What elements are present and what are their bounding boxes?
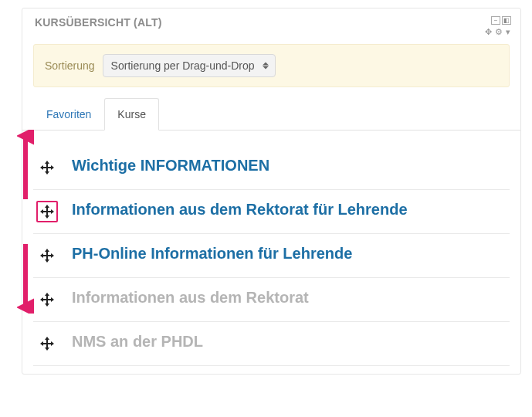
dropdown-caret-icon[interactable]: ▾	[505, 28, 511, 36]
course-row: Informationen aus dem Rektorat für Lehre…	[33, 190, 510, 234]
dock-icon[interactable]: ◧	[502, 16, 511, 25]
drag-handle-icon[interactable]	[36, 289, 58, 310]
tab-favoriten[interactable]: Favoriten	[33, 98, 104, 131]
course-title-link[interactable]: Informationen aus dem Rektorat für Lehre…	[72, 199, 408, 220]
sort-bar: Sortierung Sortierung per Drag-und-Drop	[33, 44, 510, 87]
sort-label: Sortierung	[45, 59, 95, 72]
course-title-link[interactable]: Wichtige INFORMATIONEN	[72, 155, 269, 176]
move-panel-icon[interactable]: ✥	[484, 28, 493, 36]
tab-label: Favoriten	[46, 108, 91, 120]
drag-handle-icon[interactable]	[36, 157, 58, 178]
course-list: Wichtige INFORMATIONENInformationen aus …	[22, 131, 520, 374]
course-title-link[interactable]: PH-Online Informationen für Lehrende	[72, 243, 352, 264]
course-title-link[interactable]: NMS an der PHDL	[72, 331, 203, 352]
course-title-link[interactable]: Informationen aus dem Rektorat	[72, 287, 309, 308]
panel-header: KURSÜBERSICHT (ALT) − ◧ ✥ ⚙ ▾	[22, 8, 520, 41]
course-row: NMS an der PHDL	[33, 322, 510, 366]
sort-select-value: Sortierung per Drag-und-Drop	[111, 59, 255, 72]
panel-title: KURSÜBERSICHT (ALT)	[35, 16, 162, 29]
gear-icon[interactable]: ⚙	[494, 28, 503, 36]
tab-label: Kurse	[117, 108, 146, 120]
tab-kurse[interactable]: Kurse	[104, 98, 159, 131]
drag-handle-icon[interactable]	[36, 333, 58, 354]
course-overview-panel: KURSÜBERSICHT (ALT) − ◧ ✥ ⚙ ▾ Sortierung…	[22, 8, 521, 375]
collapse-icon[interactable]: −	[491, 16, 500, 25]
course-row: Wichtige INFORMATIONEN	[33, 146, 510, 190]
sort-select[interactable]: Sortierung per Drag-und-Drop	[103, 54, 276, 77]
panel-actions: − ◧ ✥ ⚙ ▾	[484, 16, 511, 36]
course-row: PH-Online Informationen für Lehrende	[33, 234, 510, 278]
course-row: Informationen aus dem Rektorat	[33, 278, 510, 322]
tabs: FavoritenKurse	[22, 98, 520, 131]
drag-handle-icon[interactable]	[36, 245, 58, 266]
select-caret-icon	[263, 63, 269, 70]
drag-handle-icon[interactable]	[36, 201, 58, 222]
